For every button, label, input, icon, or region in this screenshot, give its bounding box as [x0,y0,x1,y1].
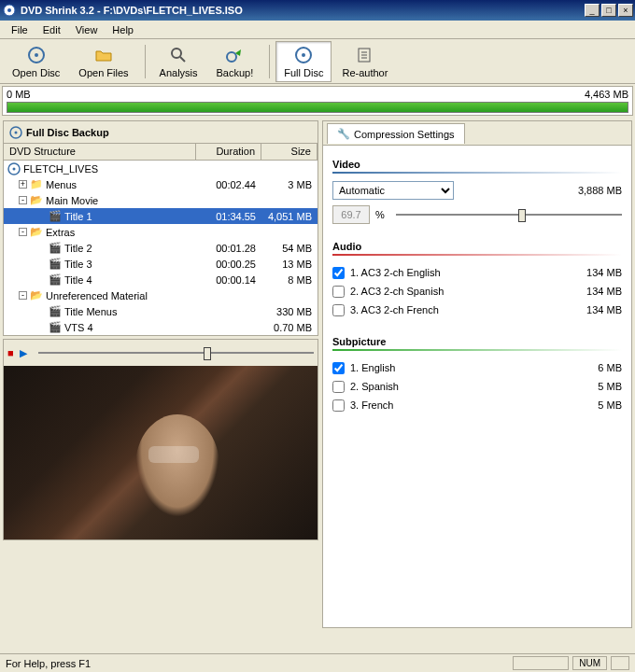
subpicture-size: 6 MB [566,362,622,373]
tab-compression[interactable]: 🔧 Compression Settings [327,123,465,144]
svg-point-8 [302,53,305,57]
wrench-icon: 🔧 [337,128,350,141]
status-empty-cell [513,656,569,670]
preview-pane: ■ ▶ [3,339,318,540]
audio-size: 134 MB [566,286,622,297]
left-pane-header: Full Disc Backup [4,121,318,144]
tree-row-title4[interactable]: 🎬Title 4 00:00.14 8 MB [4,272,318,287]
subpicture-checkbox[interactable] [332,362,345,374]
size-progress: 0 MB 4,463 MB [2,86,633,116]
audio-label: 2. AC3 2-ch Spanish [350,286,444,297]
full-disc-label: Full Disc [284,67,323,78]
svg-line-5 [180,57,185,62]
tree-label: VTS 4 [64,322,93,333]
compression-ratio-input[interactable] [332,205,370,224]
tree-label: Unreferenced Material [46,290,148,301]
th-structure[interactable]: DVD Structure [4,144,196,160]
percent-label: % [375,209,385,220]
full-disc-button[interactable]: Full Disc [275,41,332,82]
open-disc-label: Open Disc [12,67,60,78]
audio-checkbox-label[interactable]: 3. AC3 2-ch French [332,304,566,316]
tree-body[interactable]: FLETCH_LIVES +📁Menus 00:02.44 3 MB -📂Mai… [4,161,318,335]
subpicture-label: 3. French [350,399,393,411]
subpicture-checkbox-label[interactable]: 2. Spanish [332,381,566,393]
tree-row-vts4[interactable]: 🎬VTS 4 0.70 MB [4,319,318,335]
video-mode-select[interactable]: Automatic [332,181,454,200]
title-icon: 🎬 [49,305,62,318]
tree-row-unref[interactable]: -📂Unreferenced Material [4,287,318,303]
list-item: 2. AC3 2-ch Spanish134 MB [332,282,622,301]
title-icon: 🎬 [49,242,62,255]
audio-section-title: Audio [332,241,622,252]
collapse-icon[interactable]: - [19,291,27,300]
disc-icon [7,162,21,175]
tree-row-extras[interactable]: -📂Extras [4,224,318,240]
menubar: File Edit View Help [0,21,635,39]
collapse-icon[interactable]: - [19,228,27,236]
left-header-label: Full Disc Backup [26,127,109,138]
preview-slider[interactable] [38,343,314,362]
analysis-button[interactable]: Analysis [151,41,206,82]
th-duration[interactable]: Duration [196,144,261,160]
reauthor-button[interactable]: Re-author [333,41,396,82]
rule [332,172,622,174]
title-icon: 🎬 [49,258,62,271]
menu-help[interactable]: Help [105,22,141,37]
tree-row-title2[interactable]: 🎬Title 2 00:01.28 54 MB [4,240,318,256]
open-files-button[interactable]: Open Files [70,41,136,82]
app-icon [2,3,17,18]
window-title: DVD Shrink 3.2 - F:\DVDs\FLETCH_LIVES.IS… [21,5,583,16]
tree-label: FLETCH_LIVES [23,163,98,175]
subpicture-checkbox-label[interactable]: 3. French [332,399,566,412]
play-button[interactable]: ▶ [20,347,27,359]
subpicture-checkbox-label[interactable]: 1. English [332,362,566,374]
disc-icon [26,45,47,65]
audio-checkbox[interactable] [332,286,345,298]
disc-icon [9,126,22,139]
audio-checkbox[interactable] [332,304,345,316]
audio-checkbox-label[interactable]: 1. AC3 2-ch English [332,267,566,279]
tree-row-title1[interactable]: 🎬Title 1 01:34.55 4,051 MB [4,208,318,224]
toolbar: Open Disc Open Files Analysis Backup! Fu… [0,39,635,84]
menu-view[interactable]: View [68,22,106,37]
tree-row-menus[interactable]: +📁Menus 00:02.44 3 MB [4,176,318,192]
minimize-button[interactable]: _ [585,4,600,17]
close-button[interactable]: × [618,4,633,17]
menu-file[interactable]: File [4,22,35,37]
status-grip [611,656,629,670]
folder-icon: 📂 [30,194,43,207]
maximize-button[interactable]: □ [601,4,616,17]
th-size[interactable]: Size [261,144,318,160]
full-disc-icon [293,45,314,65]
tree-label: Title Menus [64,306,117,317]
audio-checkbox[interactable] [332,267,345,279]
open-disc-button[interactable]: Open Disc [4,41,68,82]
title-icon: 🎬 [49,321,62,334]
svg-point-16 [13,167,16,170]
open-files-label: Open Files [78,67,128,78]
backup-button[interactable]: Backup! [208,41,262,82]
analysis-label: Analysis [160,67,198,78]
folder-icon: 📁 [30,178,43,191]
menu-edit[interactable]: Edit [35,22,68,37]
subpicture-size: 5 MB [566,381,622,392]
subpicture-label: 2. Spanish [350,381,399,392]
audio-checkbox-label[interactable]: 2. AC3 2-ch Spanish [332,286,566,298]
list-item: 3. French5 MB [332,396,622,414]
tree-row-title3[interactable]: 🎬Title 3 00:00.25 13 MB [4,256,318,272]
tree-row-title-menus[interactable]: 🎬Title Menus 330 MB [4,303,318,319]
expand-icon[interactable]: + [19,180,27,189]
tree-row-main-movie[interactable]: -📂Main Movie [4,192,318,208]
rule [332,254,622,256]
title-icon: 🎬 [49,273,62,287]
compression-slider[interactable] [396,205,622,224]
tree-label: Title 4 [64,274,92,286]
subpicture-checkbox[interactable] [332,399,345,412]
preview-video[interactable] [4,366,318,539]
progress-end: 4,463 MB [585,89,628,100]
stop-button[interactable]: ■ [7,347,14,358]
tree-row-root[interactable]: FLETCH_LIVES [4,161,318,176]
status-help: For Help, press F1 [6,658,91,669]
subpicture-checkbox[interactable] [332,381,345,393]
collapse-icon[interactable]: - [19,196,27,204]
